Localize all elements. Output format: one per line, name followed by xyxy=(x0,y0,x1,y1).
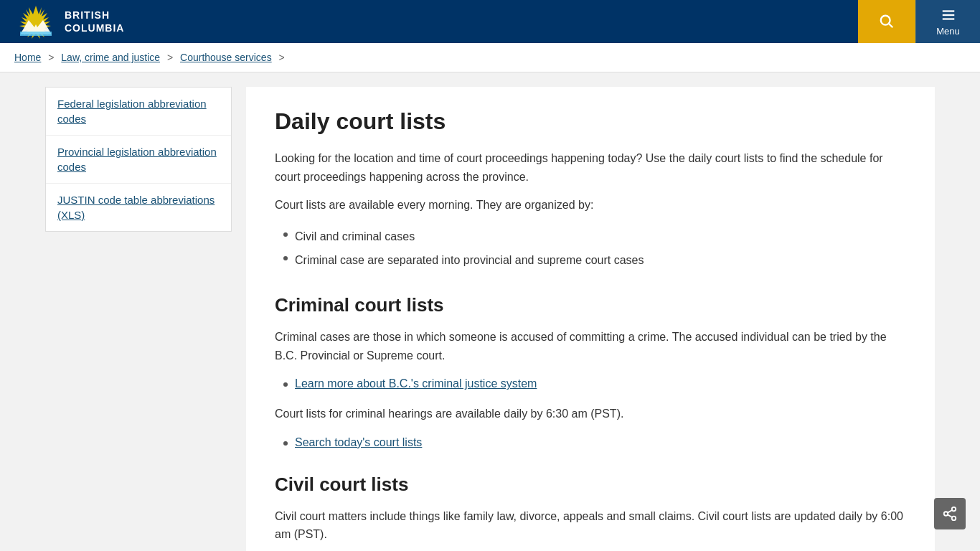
criminal-p1: Criminal cases are those in which someon… xyxy=(275,328,906,364)
sidebar-nav: Federal legislation abbreviation codes P… xyxy=(45,87,232,232)
header-actions: Menu xyxy=(858,0,980,43)
sidebar-link-provincial[interactable]: Provincial legislation abbreviation code… xyxy=(46,136,231,184)
page-layout: Federal legislation abbreviation codes P… xyxy=(31,72,949,551)
svg-point-8 xyxy=(952,507,956,512)
list-item-civil-criminal: Civil and criminal cases xyxy=(275,225,906,249)
criminal-link-item: Learn more about B.C.'s criminal justice… xyxy=(275,375,906,393)
breadcrumb-courthouse[interactable]: Courthouse services xyxy=(180,52,272,63)
share-icon xyxy=(942,506,958,522)
search-court-lists: Search today's court lists xyxy=(275,433,906,452)
svg-point-3 xyxy=(881,16,890,25)
share-button[interactable] xyxy=(934,498,966,529)
breadcrumb-home[interactable]: Home xyxy=(14,52,41,63)
bc-logo-text: British Columbia xyxy=(65,9,124,34)
bc-logo-link[interactable]: British Columbia xyxy=(14,4,124,39)
search-court-lists-item: Search today's court lists xyxy=(275,433,906,452)
main-content: Daily court lists Looking for the locati… xyxy=(246,87,935,551)
breadcrumb: Home > Law, crime and justice > Courthou… xyxy=(0,43,980,72)
breadcrumb-sep-1: > xyxy=(48,52,54,63)
search-court-lists-link[interactable]: Search today's court lists xyxy=(295,436,422,448)
organized-by-list: Civil and criminal cases Criminal case a… xyxy=(275,225,906,273)
site-header: British Columbia Menu xyxy=(0,0,980,43)
menu-button[interactable]: Menu xyxy=(915,0,980,43)
logo-area: British Columbia xyxy=(0,0,124,43)
search-button[interactable] xyxy=(858,0,915,43)
search-icon xyxy=(879,14,895,29)
civil-heading: Civil court lists xyxy=(275,474,906,496)
sidebar-link-justin[interactable]: JUSTIN code table abbreviations (XLS) xyxy=(46,184,231,231)
svg-line-11 xyxy=(948,514,952,517)
sidebar: Federal legislation abbreviation codes P… xyxy=(45,87,232,551)
svg-line-4 xyxy=(889,24,892,27)
intro-p1: Looking for the location and time of cou… xyxy=(275,149,906,186)
criminal-heading: Criminal court lists xyxy=(275,294,906,316)
criminal-links: Learn more about B.C.'s criminal justice… xyxy=(275,375,906,393)
list-item-criminal-separated: Criminal case are separated into provinc… xyxy=(275,248,906,273)
breadcrumb-sep-2: > xyxy=(167,52,173,63)
criminal-justice-link[interactable]: Learn more about B.C.'s criminal justice… xyxy=(295,377,537,390)
svg-point-9 xyxy=(944,512,948,516)
hamburger-icon xyxy=(941,7,956,23)
svg-point-10 xyxy=(952,517,956,521)
page-title: Daily court lists xyxy=(275,108,906,135)
breadcrumb-sep-3: > xyxy=(279,52,285,63)
bc-logo-icon xyxy=(14,4,57,39)
criminal-p2: Court lists for criminal hearings are av… xyxy=(275,405,906,423)
breadcrumb-law[interactable]: Law, crime and justice xyxy=(61,52,160,63)
menu-label: Menu xyxy=(936,26,960,37)
sidebar-link-federal[interactable]: Federal legislation abbreviation codes xyxy=(46,88,231,136)
intro-p2: Court lists are available every morning.… xyxy=(275,196,906,215)
svg-rect-2 xyxy=(20,32,52,36)
svg-line-12 xyxy=(948,510,952,513)
civil-p1: Civil court matters include things like … xyxy=(275,507,906,544)
